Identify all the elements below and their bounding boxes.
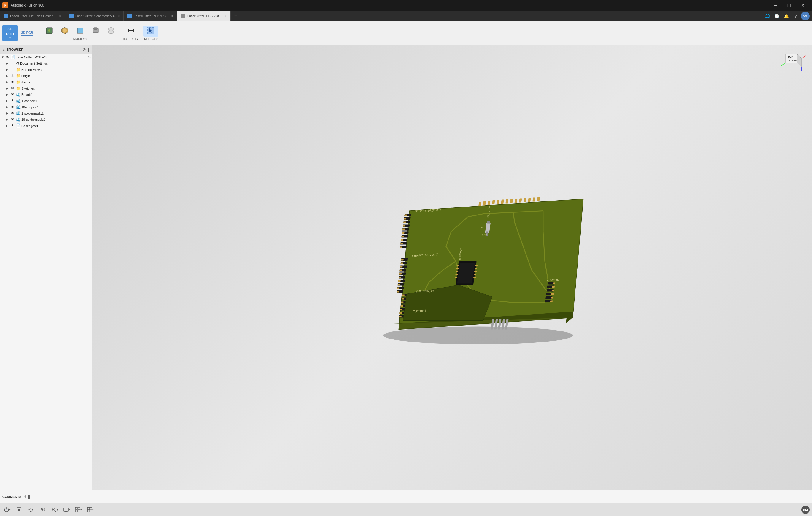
close-button[interactable]: ✕ [796, 0, 810, 11]
copper16-expand[interactable]: ▶ [6, 105, 10, 109]
soldermask1-eye-icon[interactable]: 👁 [11, 111, 16, 115]
svg-rect-131 [474, 271, 477, 272]
joints-expand[interactable]: ▶ [6, 81, 10, 84]
comments-collapse-button[interactable]: ‖ [28, 494, 30, 499]
svg-rect-111 [553, 282, 555, 284]
svg-rect-32 [528, 198, 531, 202]
browser-pin-icon[interactable]: ⊘ [83, 47, 86, 52]
snap-button[interactable]: ▾ [2, 505, 12, 515]
display-arrow[interactable]: ▾ [68, 508, 70, 511]
grid-arrow[interactable]: ▾ [81, 508, 82, 511]
origin-expand[interactable]: ▶ [6, 74, 10, 78]
svg-rect-175 [76, 510, 78, 512]
root-label: LaserCutter_PCB v28 [16, 56, 87, 59]
root-extra-icon[interactable]: ⊙ [88, 55, 90, 59]
tree-board[interactable]: ▶ 👁 🌊 Board:1 [0, 91, 92, 98]
clock-icon[interactable]: 🕐 [772, 11, 781, 21]
modify-tool-1[interactable] [42, 26, 57, 37]
canvas-area[interactable]: STEPPER_DRIVER_Y STEPPER_DRIVER_X BLUETO… [92, 45, 812, 490]
tab-electronics-close[interactable]: × [59, 13, 61, 19]
pan-button[interactable] [26, 505, 36, 515]
svg-rect-135 [487, 221, 490, 223]
zoom-arrow[interactable]: ▾ [57, 508, 58, 511]
display-button[interactable]: ▾ [62, 505, 71, 515]
sketches-expand[interactable]: ▶ [6, 87, 10, 90]
grid-button[interactable]: ▾ [74, 505, 83, 515]
tree-1-copper[interactable]: ▶ 👁 🌊 1-copper:1 [0, 98, 92, 104]
tab-pcb-v28[interactable]: LaserCutter_PCB v28 × [177, 11, 231, 21]
tree-origin[interactable]: ▶ 👁 📁 Origin [0, 73, 92, 79]
sketches-eye-icon[interactable]: 👁 [11, 86, 16, 91]
modify-tool-5[interactable] [104, 26, 118, 37]
restore-button[interactable]: ❐ [782, 0, 796, 11]
bottom-toolbar: ▾ ▾ ▾ ▾ ▾ SM [0, 503, 812, 516]
tree-joints[interactable]: ▶ 👁 📁 Joints [0, 79, 92, 85]
soldermask16-eye-icon[interactable]: 👁 [11, 117, 16, 122]
center-button[interactable] [14, 505, 24, 515]
modify-dropdown[interactable]: ▾ [85, 37, 87, 41]
modify-tool-3[interactable] [73, 26, 88, 37]
tab-pcb-v28-label: LaserCutter_PCB v28 [187, 14, 223, 18]
zoom-button[interactable]: ▾ [50, 505, 59, 515]
cloud-icon[interactable]: 🌐 [763, 11, 772, 21]
packages-expand[interactable]: ▶ [6, 124, 10, 127]
modify-icon-4 [92, 27, 99, 36]
browser-collapse-icon[interactable]: ‖ [87, 47, 89, 52]
copper16-eye-icon[interactable]: 👁 [11, 105, 16, 109]
new-tab-button[interactable]: + [231, 11, 241, 21]
snap-arrow[interactable]: ▾ [9, 508, 11, 511]
bell-icon[interactable]: 🔔 [782, 11, 791, 21]
inspect-measure-tool[interactable] [123, 26, 138, 37]
tab-pcb-v78[interactable]: LaserCutter_PCB v78 × [124, 11, 177, 21]
doc-settings-expand[interactable]: ▶ [6, 62, 10, 65]
soldermask1-expand[interactable]: ▶ [6, 112, 10, 115]
svg-rect-48 [403, 225, 405, 226]
copper1-icon: 🌊 [16, 98, 21, 103]
user-avatar[interactable]: SM [801, 11, 810, 21]
tree-named-views[interactable]: ▶ 📁 Named Views [0, 66, 92, 73]
root-eye-icon[interactable]: 👁 [6, 55, 10, 59]
tab-electronics[interactable]: LaserCutter_Ele...nics Design v82 × [0, 11, 65, 21]
select-tool[interactable] [143, 26, 158, 37]
board-eye-icon[interactable]: 👁 [11, 92, 16, 97]
tab-schematic-close[interactable]: × [118, 13, 120, 19]
tree-doc-settings[interactable]: ▶ ⚙ Document Settings [0, 60, 92, 66]
board-expand[interactable]: ▶ [6, 93, 10, 96]
tab-pcb-v78-close[interactable]: × [171, 13, 173, 19]
comments-add-button[interactable]: + [24, 494, 26, 499]
select-dropdown[interactable]: ▾ [156, 37, 157, 41]
tree-16-copper[interactable]: ▶ 👁 🌊 16-copper:1 [0, 104, 92, 110]
help-icon[interactable]: ? [791, 11, 800, 21]
minimize-button[interactable]: ─ [769, 0, 782, 11]
tree-sketches[interactable]: ▶ 👁 📁 Sketches [0, 85, 92, 91]
inspect-dropdown[interactable]: ▾ [137, 37, 138, 41]
view-button[interactable]: ▾ [85, 505, 95, 515]
tab-pcb-v28-close[interactable]: × [224, 13, 227, 19]
tree-1-soldermask[interactable]: ▶ 👁 🌊 1-soldermask:1 [0, 110, 92, 116]
board-icon: 🌊 [16, 92, 21, 97]
tree-packages[interactable]: ▶ 👁 📄 Packages:1 [0, 123, 92, 129]
viewport-cube[interactable]: TOP FRONT X [776, 51, 806, 78]
copper1-expand[interactable]: ▶ [6, 99, 10, 102]
joints-eye-icon[interactable]: 👁 [11, 80, 16, 84]
modify-tool-2[interactable] [57, 26, 72, 37]
orbit-button[interactable] [38, 505, 48, 515]
modify-tool-4[interactable] [88, 26, 103, 37]
packages-eye-icon[interactable]: 👁 [11, 123, 16, 128]
view-arrow[interactable]: ▾ [92, 508, 94, 511]
browser-header: « BROWSER ⊘ ‖ [0, 45, 92, 54]
copper1-eye-icon[interactable]: 👁 [11, 98, 16, 103]
browser-panel: « BROWSER ⊘ ‖ ▼ 👁 📄 LaserCutter_PCB v28 … [0, 45, 92, 490]
bottom-user-avatar[interactable]: SM [801, 506, 810, 514]
pcb-mode-button[interactable]: 3DPCB ▾ [2, 25, 18, 41]
tree-16-soldermask[interactable]: ▶ 👁 🌊 16-soldermask:1 [0, 116, 92, 123]
root-expand-arrow[interactable]: ▼ [1, 56, 5, 59]
tab-schematic[interactable]: LaserCutter_Schematic v37 × [65, 11, 124, 21]
tree-root-item[interactable]: ▼ 👁 📄 LaserCutter_PCB v28 ⊙ [0, 54, 92, 60]
browser-back-arrows[interactable]: « [2, 47, 5, 52]
named-views-expand[interactable]: ▶ [6, 68, 10, 71]
soldermask16-expand[interactable]: ▶ [6, 118, 10, 121]
origin-eye-icon[interactable]: 👁 [11, 73, 16, 78]
toolbar-active-section: 3D PCB [21, 31, 33, 36]
svg-rect-23 [488, 201, 491, 205]
